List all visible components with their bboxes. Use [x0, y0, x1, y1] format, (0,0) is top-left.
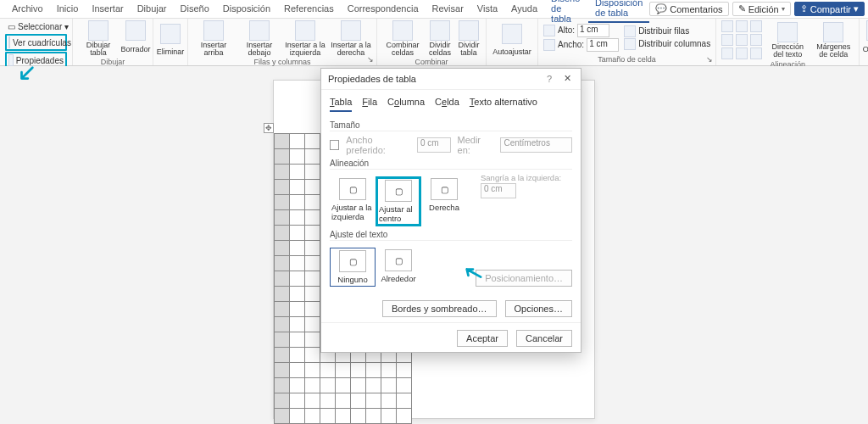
table-cell[interactable]: [275, 409, 290, 424]
tab-help[interactable]: Ayuda: [504, 1, 544, 17]
dialog-tab-cell[interactable]: Celda: [435, 95, 459, 112]
table-cell[interactable]: [290, 363, 305, 378]
view-gridlines-button[interactable]: Ver cuadrículas: [5, 34, 67, 51]
table-cell[interactable]: [305, 195, 320, 210]
table-cell[interactable]: [290, 210, 305, 226]
table-cell[interactable]: [351, 409, 366, 424]
align-row-3[interactable]: [721, 47, 762, 59]
table-cell[interactable]: [290, 348, 305, 363]
tab-view[interactable]: Vista: [470, 1, 504, 17]
table-cell[interactable]: [275, 134, 290, 149]
table-cell[interactable]: [305, 393, 320, 409]
table-cell[interactable]: [275, 256, 290, 271]
insert-left-button[interactable]: Insertar a la izquierda: [285, 20, 326, 57]
cancel-button[interactable]: Cancelar: [516, 330, 572, 347]
tab-mail[interactable]: Correspondencia: [341, 1, 426, 17]
insert-right-button[interactable]: Insertar a la derecha: [331, 20, 371, 57]
table-cell[interactable]: [305, 332, 320, 348]
table-cell[interactable]: [275, 363, 290, 378]
table-cell[interactable]: [275, 210, 290, 226]
editing-mode-button[interactable]: ✎ Edición ▾: [732, 2, 791, 16]
table-cell[interactable]: [290, 302, 305, 317]
dialog-tab-alttext[interactable]: Texto alternativo: [470, 95, 537, 112]
dialog-tab-column[interactable]: Columna: [387, 95, 425, 112]
table-cell[interactable]: [305, 271, 320, 287]
dialog-tab-table[interactable]: TTablaabla: [330, 95, 352, 112]
table-cell[interactable]: [366, 378, 381, 393]
table-cell[interactable]: [275, 165, 290, 180]
table-cell[interactable]: [275, 195, 290, 210]
table-cell[interactable]: [290, 409, 305, 424]
borders-button[interactable]: Bordes y sombreado…: [382, 300, 497, 317]
table-cell[interactable]: [290, 149, 305, 165]
rows-cols-launcher[interactable]: ↘: [366, 55, 375, 64]
select-button[interactable]: ▭ Seleccionar ▾: [5, 20, 67, 33]
table-cell[interactable]: [351, 393, 366, 409]
table-cell[interactable]: [320, 409, 336, 424]
table-cell[interactable]: [290, 393, 305, 409]
table-cell[interactable]: [290, 180, 305, 195]
table-cell[interactable]: [290, 195, 305, 210]
table-cell[interactable]: [305, 165, 320, 180]
table-cell[interactable]: [290, 165, 305, 180]
positioning-button[interactable]: Posicionamiento…: [476, 270, 572, 287]
draw-table-button[interactable]: Dibujar tabla: [78, 20, 119, 57]
table-cell[interactable]: [320, 363, 336, 378]
table-cell[interactable]: [305, 134, 320, 149]
table-cell[interactable]: [397, 378, 412, 393]
table-cell[interactable]: [366, 393, 381, 409]
share-button[interactable]: ⇪ Compartir ▾: [794, 2, 865, 16]
table-cell[interactable]: [275, 348, 290, 363]
table-cell[interactable]: [275, 302, 290, 317]
dist-cols-button[interactable]: Distribuir columnas: [624, 38, 710, 50]
pref-width-input[interactable]: 0 cm: [417, 137, 451, 153]
align-row-1[interactable]: [721, 20, 762, 32]
table-row[interactable]: [275, 409, 412, 424]
table-cell[interactable]: [290, 332, 305, 348]
sort-button[interactable]: Ordenar: [865, 20, 868, 57]
dialog-help-button[interactable]: ?: [543, 74, 555, 84]
table-cell[interactable]: [305, 287, 320, 302]
tab-file[interactable]: Archivo: [5, 1, 50, 17]
comments-button[interactable]: 💬 Comentarios: [649, 2, 728, 16]
wrap-none-option[interactable]: ▢ Ninguno: [330, 248, 376, 287]
indent-input[interactable]: 0 cm: [481, 183, 516, 198]
align-right-option[interactable]: ▢ Derecha: [421, 176, 467, 214]
table-cell[interactable]: [275, 317, 290, 332]
align-center-option[interactable]: ▢ Ajustar al centro: [376, 176, 421, 226]
table-cell[interactable]: [275, 332, 290, 348]
tab-review[interactable]: Revisar: [426, 1, 470, 17]
table-cell[interactable]: [397, 393, 412, 409]
cell-size-launcher[interactable]: ↘: [705, 55, 714, 64]
table-cell[interactable]: [305, 317, 320, 332]
table-cell[interactable]: [275, 378, 290, 393]
tab-layout[interactable]: Disposición: [216, 1, 277, 17]
table-cell[interactable]: [305, 363, 320, 378]
autofit-button[interactable]: Autoajustar: [492, 24, 532, 60]
table-row[interactable]: [275, 393, 412, 409]
table-cell[interactable]: [397, 409, 412, 424]
table-cell[interactable]: [336, 393, 351, 409]
table-cell[interactable]: [320, 393, 336, 409]
tab-design[interactable]: Diseño: [174, 1, 216, 17]
table-cell[interactable]: [305, 348, 320, 363]
split-table-button[interactable]: Dividir tabla: [457, 20, 481, 57]
tab-references[interactable]: Referencias: [277, 1, 341, 17]
insert-above-button[interactable]: Insertar arriba: [193, 20, 234, 57]
ok-button[interactable]: Aceptar: [457, 330, 508, 347]
table-cell[interactable]: [381, 378, 397, 393]
measure-unit-select[interactable]: Centímetros: [500, 137, 572, 153]
eraser-button[interactable]: Borrador: [124, 20, 147, 57]
table-cell[interactable]: [275, 149, 290, 165]
tab-home[interactable]: Inicio: [50, 1, 86, 17]
table-cell[interactable]: [320, 378, 336, 393]
table-cell[interactable]: [275, 226, 290, 241]
insert-below-button[interactable]: Insertar debajo: [239, 20, 280, 57]
dist-rows-button[interactable]: Distribuir filas: [624, 25, 710, 37]
table-cell[interactable]: [290, 241, 305, 256]
table-cell[interactable]: [305, 302, 320, 317]
table-cell[interactable]: [275, 287, 290, 302]
table-cell[interactable]: [381, 409, 397, 424]
col-width-field[interactable]: Ancho: 1 cm: [543, 38, 619, 52]
delete-button[interactable]: Eliminar: [159, 24, 182, 60]
